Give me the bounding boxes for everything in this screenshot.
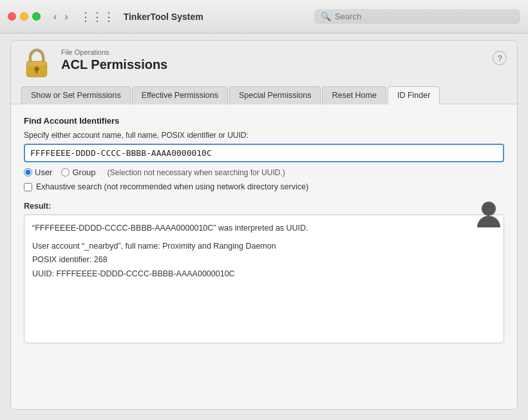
lock-icon bbox=[21, 48, 52, 79]
window-header: File Operations ACL Permissions ? Show o… bbox=[11, 41, 517, 104]
traffic-lights bbox=[8, 12, 41, 21]
avatar-head bbox=[482, 202, 496, 216]
content-area: Find Account Identifiers Specify either … bbox=[11, 104, 517, 409]
search-icon: 🔍 bbox=[321, 12, 331, 21]
checkbox-row: Exhaustive search (not recommended when … bbox=[24, 182, 504, 191]
search-bar: 🔍 bbox=[314, 9, 520, 24]
tab-effective[interactable]: Effective Permissions bbox=[132, 86, 228, 104]
close-button[interactable] bbox=[8, 12, 16, 21]
minimize-button[interactable] bbox=[20, 12, 28, 21]
window-content: File Operations ACL Permissions ? Show o… bbox=[10, 40, 518, 410]
forward-button[interactable]: › bbox=[62, 10, 70, 23]
svg-rect-3 bbox=[36, 70, 38, 73]
page-title: ACL Permissions bbox=[61, 57, 484, 72]
result-box: “FFFFEEEE-DDDD-CCCC-BBBB-AAAA0000010C” w… bbox=[24, 215, 504, 343]
result-line3: UUID: FFFFEEEE-DDDD-CCCC-BBBB-AAAA000001… bbox=[32, 267, 496, 281]
uuid-input[interactable] bbox=[24, 144, 504, 162]
tab-special[interactable]: Special Permissions bbox=[229, 86, 321, 104]
result-details: User account “_nearbyd”, full name: Prox… bbox=[32, 240, 496, 281]
help-button[interactable]: ? bbox=[493, 51, 507, 65]
exhaustive-checkbox[interactable] bbox=[24, 183, 32, 191]
radio-hint: (Selection not necessary when searching … bbox=[108, 168, 285, 177]
header-top: File Operations ACL Permissions ? bbox=[21, 48, 507, 79]
svg-rect-1 bbox=[27, 62, 46, 66]
search-input[interactable] bbox=[335, 12, 514, 21]
user-avatar bbox=[473, 196, 504, 227]
input-label: Specify either account name, full name, … bbox=[24, 131, 504, 140]
radio-user[interactable] bbox=[24, 168, 32, 177]
result-line2: POSIX identifier: 268 bbox=[32, 253, 496, 267]
tab-show-set[interactable]: Show or Set Permissions bbox=[21, 86, 131, 104]
breadcrumb: File Operations bbox=[61, 48, 484, 56]
section-title: Find Account Identifiers bbox=[24, 116, 504, 126]
app-title: TinkerTool System bbox=[124, 12, 309, 22]
grid-icon: ⋮⋮⋮ bbox=[80, 10, 115, 24]
radio-user-option[interactable]: User bbox=[24, 167, 52, 177]
tab-reset-home[interactable]: Reset Home bbox=[322, 86, 386, 104]
result-section: Result: “FFFFEEEE-DDDD-CCCC-BBBB-AAAA000… bbox=[24, 202, 504, 343]
tab-id-finder[interactable]: ID Finder bbox=[388, 86, 440, 104]
tabs: Show or Set Permissions Effective Permis… bbox=[21, 86, 507, 104]
radio-row: User Group (Selection not necessary when… bbox=[24, 167, 504, 177]
radio-group-label: Group bbox=[72, 167, 95, 177]
nav-buttons: ‹ › bbox=[51, 10, 71, 23]
result-label: Result: bbox=[24, 202, 504, 211]
maximize-button[interactable] bbox=[32, 12, 41, 21]
header-text: File Operations ACL Permissions bbox=[61, 48, 484, 72]
result-line1: User account “_nearbyd”, full name: Prox… bbox=[32, 240, 496, 253]
radio-user-label: User bbox=[35, 167, 52, 177]
back-button[interactable]: ‹ bbox=[51, 10, 59, 23]
exhaustive-label[interactable]: Exhaustive search (not recommended when … bbox=[36, 182, 308, 191]
avatar-body bbox=[477, 216, 500, 227]
radio-group[interactable] bbox=[61, 168, 70, 177]
titlebar: ‹ › ⋮⋮⋮ TinkerTool System 🔍 bbox=[0, 0, 528, 33]
radio-group-option[interactable]: Group bbox=[61, 167, 95, 177]
result-uuid-line: “FFFFEEEE-DDDD-CCCC-BBBB-AAAA0000010C” w… bbox=[32, 222, 496, 234]
